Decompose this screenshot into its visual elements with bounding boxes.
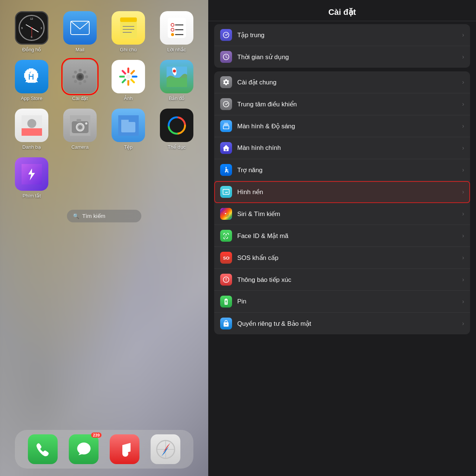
settings-title: Cài đặt xyxy=(216,7,469,17)
settings-row-exposure[interactable]: Thông báo tiếp xúc › xyxy=(214,269,470,291)
app-mail[interactable]: Mail xyxy=(60,11,100,52)
battery-chevron: › xyxy=(462,298,464,305)
control-chevron: › xyxy=(462,101,464,107)
svg-rect-39 xyxy=(77,119,81,122)
photos-icon xyxy=(112,60,145,93)
maps-label: Bản đồ xyxy=(169,96,185,101)
settings-row-accessibility[interactable]: Trợ năng › xyxy=(214,159,470,181)
display-chevron: › xyxy=(462,123,464,129)
app-appstore[interactable]: 🅐 App Store xyxy=(11,60,52,101)
privacy-label: Quyền riêng tư & Bảo mật xyxy=(237,320,462,328)
accessibility-chevron: › xyxy=(462,167,464,173)
photos-label: Ảnh xyxy=(124,96,132,101)
privacy-chevron: › xyxy=(462,320,464,327)
mail-label: Mail xyxy=(75,47,84,52)
app-contacts[interactable]: Danh bạ xyxy=(11,109,52,150)
battery-row-icon xyxy=(220,296,232,308)
settings-row-wallpaper[interactable]: Hình nền › xyxy=(214,181,470,203)
focus-chevron: › xyxy=(462,32,464,38)
svg-point-31 xyxy=(173,70,176,73)
svg-text:SOS: SOS xyxy=(223,255,230,260)
settings-row-privacy[interactable]: Quyền riêng tư & Bảo mật › xyxy=(214,313,470,334)
svg-point-47 xyxy=(77,443,90,454)
settings-row-screentime[interactable]: Thời gian sử dụng › xyxy=(214,46,470,68)
dock-messages[interactable]: 239 xyxy=(69,434,99,464)
app-notes[interactable]: Ghi chú xyxy=(108,11,149,52)
clock-icon: 12 3 6 9 xyxy=(15,11,48,45)
settings-icon xyxy=(63,60,97,93)
app-grid: 12 3 6 9 Đồng hồ xyxy=(11,11,197,199)
app-photos[interactable]: Ảnh xyxy=(108,60,149,101)
wallpaper-row-icon xyxy=(220,186,232,198)
settings-row-general[interactable]: Cài đặt chung › xyxy=(214,71,470,93)
accessibility-row-icon xyxy=(220,164,232,176)
homescreen-chevron: › xyxy=(462,145,464,151)
appstore-icon: 🅐 xyxy=(15,60,48,93)
faceid-row-icon xyxy=(220,230,232,242)
contacts-label: Danh bạ xyxy=(22,144,41,150)
app-shortcuts[interactable]: Phím tắt xyxy=(11,157,52,199)
messages-badge: 239 xyxy=(91,432,102,438)
safari-icon xyxy=(151,434,180,464)
focus-row-icon xyxy=(220,29,232,41)
search-label: Tìm kiếm xyxy=(82,213,105,219)
settings-header: Cài đặt xyxy=(208,0,476,21)
fitness-label: Thể dục xyxy=(168,144,186,150)
phone-icon xyxy=(28,434,58,464)
messages-icon xyxy=(69,434,99,464)
svg-point-21 xyxy=(83,80,86,83)
siri-label: Siri & Tìm kiếm xyxy=(237,210,462,218)
wallpaper-label: Hình nền xyxy=(237,188,462,196)
screentime-chevron: › xyxy=(462,54,464,60)
app-files[interactable]: Tệp xyxy=(108,109,149,150)
general-row-icon xyxy=(220,76,232,88)
reminders-label: Lời nhắc xyxy=(167,47,186,52)
svg-rect-33 xyxy=(22,128,42,136)
settings-list: Tập trung › Thời gian sử dụng › Cài đặt … xyxy=(208,21,476,476)
general-chevron: › xyxy=(462,79,464,86)
svg-point-23 xyxy=(74,80,77,83)
settings-row-siri[interactable]: Siri & Tìm kiếm › xyxy=(214,203,470,225)
siri-row-icon xyxy=(220,208,232,220)
search-bar[interactable]: 🔍 Tìm kiếm xyxy=(67,210,141,222)
contacts-icon xyxy=(15,109,48,142)
display-label: Màn hình & Độ sáng xyxy=(237,122,462,130)
settings-row-control[interactable]: Trung tâm điều khiển › xyxy=(214,93,470,115)
svg-point-11 xyxy=(171,33,174,36)
dock: 239 xyxy=(15,430,193,469)
faceid-label: Face ID & Mật mã xyxy=(237,232,462,240)
settings-label: Cài đặt xyxy=(72,96,88,101)
settings-row-homescreen[interactable]: Màn hình chính › xyxy=(214,137,470,159)
files-label: Tệp xyxy=(124,144,132,150)
settings-panel: Cài đặt Tập trung › Thời gian sử dụng › xyxy=(208,0,476,476)
sos-row-icon: SOS xyxy=(220,252,232,264)
general-label: Cài đặt chung xyxy=(237,78,462,86)
svg-marker-53 xyxy=(161,447,169,456)
app-reminders[interactable]: Lời nhắc xyxy=(156,11,197,52)
svg-point-17 xyxy=(78,82,81,85)
settings-row-focus[interactable]: Tập trung › xyxy=(214,24,470,46)
svg-point-25 xyxy=(78,75,82,78)
app-settings[interactable]: Cài đặt xyxy=(60,60,100,101)
settings-row-display[interactable]: Màn hình & Độ sáng › xyxy=(214,115,470,137)
settings-row-battery[interactable]: Pin › xyxy=(214,291,470,313)
app-clock[interactable]: 12 3 6 9 Đồng hồ xyxy=(11,11,52,52)
dock-music[interactable] xyxy=(110,434,139,464)
exposure-label: Thông báo tiếp xúc xyxy=(237,276,462,284)
svg-point-18 xyxy=(72,75,75,78)
dock-phone[interactable] xyxy=(28,434,58,464)
accessibility-label: Trợ năng xyxy=(237,166,462,174)
app-maps[interactable]: Bản đồ xyxy=(156,60,197,101)
reminders-icon xyxy=(160,11,193,45)
svg-point-28 xyxy=(126,74,131,79)
files-icon xyxy=(112,109,145,142)
notes-label: Ghi chú xyxy=(120,47,137,52)
fitness-icon xyxy=(160,109,193,142)
app-fitness[interactable]: Thể dục xyxy=(156,109,197,150)
focus-label: Tập trung xyxy=(237,31,462,39)
settings-row-sos[interactable]: SOS SOS khẩn cấp › xyxy=(214,247,470,269)
app-camera[interactable]: Camera xyxy=(60,109,100,150)
homescreen-label: Màn hình chính xyxy=(237,144,462,152)
dock-safari[interactable] xyxy=(151,434,180,464)
settings-row-faceid[interactable]: Face ID & Mật mã › xyxy=(214,225,470,247)
